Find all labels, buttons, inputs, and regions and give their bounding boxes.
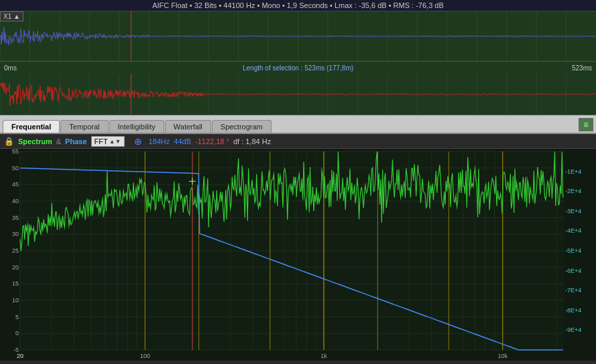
fft-label: FFT	[95, 137, 108, 145]
spectrum-label: Spectrum	[18, 137, 52, 145]
spectrum-panel: 🔒 Spectrum & Phase FFT ▲▼ ⊕ 184Hz 44dB -…	[0, 134, 596, 361]
tab-temporal[interactable]: Temporal	[60, 120, 108, 133]
zoom-badge[interactable]: X1 ▲	[0, 11, 23, 21]
tab-spectrogram[interactable]: Spectrogram	[212, 120, 272, 133]
waveform-canvas-2	[0, 74, 596, 115]
selection-length: Length of selection : 523ms (177,8m)	[243, 64, 353, 72]
phase-label: Phase	[65, 137, 86, 145]
waveform-panel-2: 0ms Length of selection : 523ms (177,8m)…	[0, 62, 596, 115]
lock-icon: 🔒	[4, 137, 14, 146]
fft-arrow-icon: ▲▼	[109, 138, 121, 145]
time-start: 0ms	[4, 64, 17, 72]
top-info-bar: AIFC Float • 32 Bits • 44100 Hz • Mono •…	[0, 0, 596, 11]
tab-bar: Frequential Temporal Intelligibility Wat…	[0, 115, 596, 134]
time-markers: 0ms Length of selection : 523ms (177,8m)…	[0, 62, 596, 74]
db-display: 44dB	[174, 137, 191, 145]
panel-icon[interactable]: ≡	[579, 118, 593, 131]
time-end: 523ms	[572, 64, 592, 72]
df-display: df : 1,84 Hz	[233, 137, 271, 145]
spectrum-canvas	[0, 149, 596, 361]
waveform-panel-1: X1 ▲	[0, 11, 596, 62]
spectrum-toolbar: 🔒 Spectrum & Phase FFT ▲▼ ⊕ 184Hz 44dB -…	[0, 134, 596, 149]
freq-display: 184Hz	[149, 137, 170, 145]
fft-dropdown[interactable]: FFT ▲▼	[91, 136, 125, 147]
chart-area	[0, 149, 596, 361]
waveform-canvas-1	[0, 11, 596, 61]
tab-intelligibility[interactable]: Intelligibility	[109, 120, 164, 133]
amp-label: &	[56, 137, 61, 145]
phase-display: -1122,18 °	[195, 137, 229, 145]
tab-frequential[interactable]: Frequential	[3, 120, 60, 133]
file-info: AIFC Float • 32 Bits • 44100 Hz • Mono •…	[152, 1, 444, 9]
crosshair-icon: ⊕	[134, 136, 142, 147]
tab-waterfall[interactable]: Waterfall	[165, 120, 211, 133]
